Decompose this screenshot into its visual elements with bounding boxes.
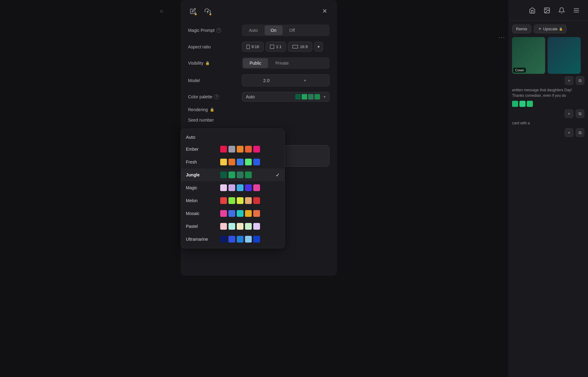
dropdown-item-magic[interactable]: Magic (181, 181, 285, 194)
eraser-tool[interactable]: ⬦ (159, 6, 164, 15)
dropdown-item-ultramarine[interactable]: Ultramarine (181, 233, 285, 246)
color-palette-info-icon[interactable]: ? (214, 94, 219, 99)
add-button-3[interactable]: + (565, 128, 573, 137)
aspect-more-button[interactable]: ▾ (314, 42, 323, 52)
copy-button-3[interactable]: ⧉ (576, 128, 584, 137)
model-row: Model 2.0 ▾ (188, 74, 330, 86)
dropdown-item-ember[interactable]: Ember (181, 143, 285, 156)
magic-prompt-control: Auto On Off (242, 25, 330, 36)
aspect-ratio-control: 9:16 1:1 16:9 ▾ (242, 42, 330, 52)
color-palette-chevron-icon: ▾ (324, 95, 326, 99)
dropdown-item-pastel[interactable]: Pastel (181, 220, 285, 233)
portrait-icon (247, 45, 250, 49)
dropdown-label-mosaic: Mosaic (186, 211, 217, 216)
copy-button-2[interactable]: ⧉ (576, 109, 584, 118)
jungle-swatches (220, 172, 272, 178)
color-palette-label: Color palette ? (188, 94, 237, 99)
add-button-1[interactable]: + (565, 76, 573, 85)
color-palette-auto-label: Auto (246, 94, 293, 99)
model-value: 2.0 (247, 78, 286, 83)
ultramarine-swatch-3 (237, 236, 243, 243)
dropdown-item-fresh[interactable]: Fresh (181, 156, 285, 168)
magic-prompt-off[interactable]: Off (283, 25, 301, 35)
aspect-ratio-label: Aspect ratio (188, 44, 237, 49)
ultramarine-swatches (220, 236, 280, 243)
dropdown-item-melon[interactable]: Melon (181, 194, 285, 207)
ember-swatches (220, 146, 280, 153)
dropdown-item-jungle[interactable]: Jungle ✓ (181, 168, 285, 181)
color-palette-button[interactable]: Auto ▾ (242, 92, 330, 102)
copy-button-1[interactable]: ⧉ (576, 76, 584, 85)
right-panel: Remix Upscale 🔒 Cover + ⧉ written messag… (508, 21, 588, 377)
color-palette-swatches (295, 94, 320, 100)
magic-prompt-row: Magic Prompt ? Auto On Off (188, 25, 330, 36)
magic-prompt-toggle-group: Auto On Off (242, 25, 330, 36)
eraser-icon: ⬦ (159, 6, 164, 14)
ember-swatch-5 (253, 146, 260, 153)
visibility-label: Visibility 🔒 (188, 61, 237, 66)
aspect-ratio-row: Aspect ratio 9:16 1:1 16:9 ▾ (188, 42, 330, 52)
ember-swatch-1 (220, 146, 227, 153)
jungle-swatch-4 (245, 172, 252, 178)
model-control: 2.0 ▾ (242, 74, 330, 86)
ember-swatch-2 (228, 146, 235, 153)
aspect-square-button[interactable]: 1:1 (266, 42, 286, 52)
menu-icon[interactable] (572, 6, 581, 15)
ultramarine-swatch-5 (253, 236, 260, 243)
visibility-public-button[interactable]: Public (243, 58, 268, 68)
pencil-lock-badge: 🔒 (194, 13, 197, 15)
pencil-lock-button[interactable]: 🔒 (188, 6, 198, 16)
fresh-swatch-1 (220, 159, 227, 165)
remix-button[interactable]: Remix (512, 25, 531, 33)
remix-label: Remix (516, 27, 527, 31)
description-text-2: card with a (512, 120, 584, 126)
dropdown-item-mosaic[interactable]: Mosaic (181, 207, 285, 220)
magic-swatch-1 (220, 184, 227, 191)
ultramarine-swatch-2 (228, 236, 235, 243)
aspect-portrait-button[interactable]: 9:16 (242, 42, 264, 52)
mosaic-swatch-5 (253, 210, 260, 217)
image-thumb-1[interactable]: Cover (512, 37, 545, 74)
dropdown-item-auto[interactable]: Auto (181, 131, 285, 143)
add-button-2[interactable]: + (565, 109, 573, 118)
magic-swatches (220, 184, 280, 191)
svg-point-1 (545, 9, 546, 10)
ember-swatch-4 (245, 146, 252, 153)
dropdown-label-melon: Melon (186, 198, 217, 203)
magic-prompt-on[interactable]: On (265, 25, 283, 35)
visibility-lock-icon: 🔒 (205, 61, 210, 65)
melon-swatches (220, 197, 280, 204)
visibility-private-button[interactable]: Private (269, 58, 296, 68)
upload-lock-button[interactable]: 🔒 (203, 6, 213, 16)
color-palette-dropdown: Auto Ember Fresh Jungle ✓ (181, 129, 285, 248)
image-row-1: Cover (512, 37, 584, 74)
jungle-swatch-2 (228, 172, 235, 178)
more-options-button[interactable]: ··· (498, 34, 505, 41)
cp-swatch-3 (308, 94, 314, 100)
close-button[interactable]: ✕ (320, 6, 330, 16)
image-icon[interactable] (543, 6, 551, 15)
rendering-row: Rendering 🔒 (188, 107, 330, 112)
model-select-button[interactable]: 2.0 ▾ (242, 74, 330, 86)
color-chips-row (512, 101, 584, 107)
bell-icon[interactable] (557, 6, 566, 15)
magic-swatch-4 (245, 184, 252, 191)
topbar (508, 0, 588, 21)
fresh-swatch-4 (245, 159, 252, 165)
upscale-label: Upscale (543, 27, 558, 31)
upscale-button[interactable]: Upscale 🔒 (534, 25, 567, 33)
magic-prompt-info-icon[interactable]: ? (216, 28, 221, 33)
melon-swatch-2 (228, 197, 235, 204)
pastel-swatch-2 (228, 223, 235, 230)
dropdown-label-ember: Ember (186, 147, 217, 152)
magic-prompt-auto[interactable]: Auto (243, 25, 264, 35)
model-chevron-icon: ▾ (286, 78, 324, 83)
dropdown-label-jungle: Jungle (186, 172, 217, 177)
home-icon[interactable] (528, 6, 537, 15)
action-icons-2: + ⧉ (512, 109, 584, 118)
color-palette-row: Color palette ? Auto ▾ (188, 92, 330, 102)
dropdown-label-ultramarine: Ultramarine (186, 237, 217, 242)
aspect-landscape-button[interactable]: 16:9 (288, 42, 312, 52)
color-palette-control-wrap: Auto ▾ (242, 92, 330, 102)
image-thumb-2[interactable] (548, 37, 581, 74)
